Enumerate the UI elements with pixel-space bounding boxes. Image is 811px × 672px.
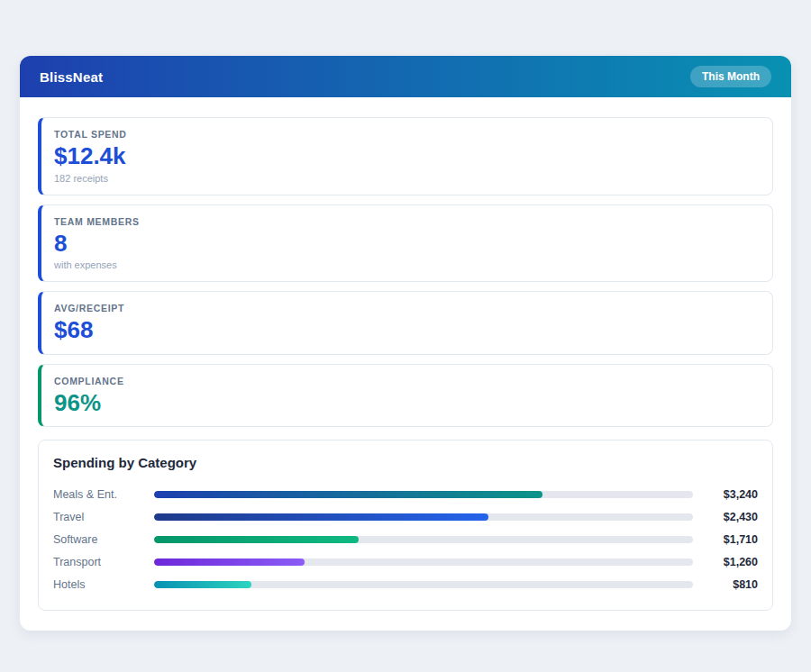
stat-label: COMPLIANCE — [54, 376, 758, 386]
progress-track — [154, 581, 693, 588]
stat-label: AVG/RECEIPT — [54, 303, 758, 313]
progress-fill — [154, 513, 488, 521]
stat-subtext: with expenses — [54, 259, 758, 270]
category-value: $1,260 — [702, 556, 758, 568]
stat-card-avg-receipt: AVG/RECEIPT $68 — [38, 291, 773, 355]
stat-card-total-spend: TOTAL SPEND $12.4k 182 receipts — [38, 117, 773, 195]
stat-card-compliance: COMPLIANCE 96% — [38, 364, 773, 428]
stat-card-team-members: TEAM MEMBERS 8 with expenses — [38, 204, 773, 283]
app-header: BlissNeat This Month — [20, 56, 791, 97]
section-title: Spending by Category — [53, 455, 758, 470]
stat-value: $12.4k — [54, 143, 758, 169]
app-title: BlissNeat — [40, 69, 103, 85]
progress-track — [154, 536, 693, 543]
category-value: $2,430 — [702, 511, 758, 523]
category-label: Hotels — [53, 578, 154, 591]
progress-track — [154, 491, 693, 498]
card-body: TOTAL SPEND $12.4k 182 receipts TEAM MEM… — [20, 97, 791, 631]
category-label: Software — [53, 533, 154, 546]
progress-track — [154, 558, 693, 566]
progress-fill — [154, 491, 542, 498]
category-row-software: Software $1,710 — [53, 528, 758, 550]
stat-subtext: 182 receipts — [54, 173, 758, 184]
category-label: Travel — [53, 511, 154, 523]
progress-fill — [154, 558, 305, 566]
progress-fill — [154, 536, 359, 543]
category-row-meals: Meals & Ent. $3,240 — [53, 483, 758, 505]
progress-track — [154, 513, 693, 521]
category-value: $3,240 — [702, 488, 758, 501]
category-label: Meals & Ent. — [53, 488, 154, 501]
category-value: $1,710 — [702, 533, 758, 546]
category-row-transport: Transport $1,260 — [53, 550, 758, 573]
category-label: Transport — [53, 556, 154, 568]
stat-label: TEAM MEMBERS — [54, 216, 758, 227]
stat-value: 96% — [54, 390, 758, 416]
stat-value: $68 — [54, 317, 758, 343]
stat-label: TOTAL SPEND — [54, 129, 758, 140]
stat-value: 8 — [54, 231, 758, 257]
progress-fill — [154, 581, 251, 588]
period-badge[interactable]: This Month — [690, 66, 771, 87]
page-background: BlissNeat This Month TOTAL SPEND $12.4k … — [0, 0, 811, 672]
category-value: $810 — [702, 578, 758, 591]
spending-by-category-card: Spending by Category Meals & Ent. $3,240… — [38, 440, 773, 611]
dashboard-card: BlissNeat This Month TOTAL SPEND $12.4k … — [20, 56, 791, 631]
category-row-hotels: Hotels $810 — [53, 573, 758, 595]
category-row-travel: Travel $2,430 — [53, 505, 758, 528]
